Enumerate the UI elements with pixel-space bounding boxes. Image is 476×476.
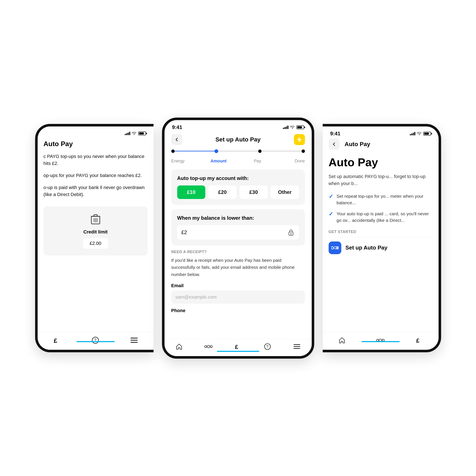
step-label-energy: Energy bbox=[171, 159, 188, 163]
center-home-indicator bbox=[217, 351, 259, 352]
left-status-bar: 9:41 bbox=[38, 126, 153, 138]
step-label-pay: Pay bbox=[249, 159, 266, 163]
left-status-icons bbox=[125, 132, 146, 135]
center-status-bar: 9:41 bbox=[165, 120, 312, 132]
center-nav-pound[interactable]: £ bbox=[234, 342, 242, 351]
right-header: Auto Pay bbox=[329, 139, 433, 150]
center-battery-icon bbox=[296, 125, 304, 129]
amount-10-button[interactable]: £10 bbox=[177, 186, 205, 199]
left-body-text-3: o-up is paid with your bank ll never go … bbox=[44, 184, 148, 198]
balance-label: When my balance is lower than: bbox=[177, 215, 299, 221]
svg-text:£: £ bbox=[235, 344, 238, 350]
svg-rect-20 bbox=[293, 344, 300, 345]
balance-input-row: £2 bbox=[177, 225, 299, 239]
credit-limit-label: Credit limit bbox=[83, 229, 108, 235]
email-input[interactable]: sam@example.com bbox=[171, 290, 305, 304]
svg-rect-9 bbox=[131, 338, 138, 339]
receipt-label: NEED A RECEIPT? bbox=[171, 250, 305, 254]
amount-options: £10 £20 £30 Other bbox=[177, 186, 299, 199]
left-home-indicator bbox=[77, 341, 115, 342]
center-wifi-icon bbox=[290, 126, 295, 129]
left-body-text-1: c PAYG top-ups so you never when your ba… bbox=[44, 153, 148, 167]
center-status-time: 9:41 bbox=[172, 124, 182, 130]
amount-30-button[interactable]: £30 bbox=[239, 186, 268, 199]
right-screen-title: Auto Pay bbox=[345, 141, 370, 148]
wifi-icon bbox=[132, 132, 136, 135]
right-body-text: Set up automatic PAYG top-u... forget to… bbox=[329, 173, 433, 187]
right-nav-home[interactable] bbox=[338, 336, 346, 345]
right-battery-icon bbox=[423, 132, 431, 136]
nav-help-icon[interactable]: ? bbox=[91, 336, 100, 345]
left-title: Auto Pay bbox=[44, 138, 148, 148]
svg-point-15 bbox=[205, 345, 207, 348]
step-line-2 bbox=[218, 151, 258, 152]
center-nav-menu[interactable] bbox=[292, 342, 301, 351]
back-button[interactable] bbox=[171, 134, 182, 145]
nav-menu-icon[interactable] bbox=[130, 336, 138, 345]
phone-left: 9:41 Auto Pay c PAYG top-ups so you neve… bbox=[35, 124, 153, 352]
right-phone-content: Auto Pay Auto Pay Set up automatic PAYG … bbox=[323, 139, 439, 254]
svg-rect-10 bbox=[131, 340, 138, 341]
email-label: Email bbox=[171, 283, 305, 289]
phone-label: Phone bbox=[171, 308, 305, 313]
svg-point-16 bbox=[210, 345, 212, 348]
nav-pound-icon[interactable]: £ bbox=[52, 336, 61, 345]
get-started-label: GET STARTED bbox=[329, 230, 433, 234]
credit-limit-value: £2.00 bbox=[83, 238, 108, 249]
divider bbox=[329, 237, 433, 237]
phone-right: 9:41 bbox=[323, 124, 441, 352]
svg-text:£: £ bbox=[416, 337, 420, 344]
right-wifi-icon bbox=[417, 132, 422, 135]
right-nav-route[interactable] bbox=[376, 336, 385, 345]
left-phone-content: Auto Pay c PAYG top-ups so you never whe… bbox=[38, 138, 153, 255]
right-big-title: Auto Pay bbox=[329, 156, 433, 169]
center-status-icons bbox=[283, 125, 304, 129]
center-signal-icon bbox=[283, 126, 289, 129]
center-header: Set up Auto Pay bbox=[171, 132, 305, 149]
right-signal-icon bbox=[410, 132, 415, 135]
signal-icon bbox=[125, 132, 130, 135]
checkmark-1: ✓ bbox=[329, 193, 333, 200]
center-nav-home[interactable] bbox=[175, 342, 184, 351]
right-status-bar: 9:41 bbox=[323, 126, 439, 139]
right-back-button[interactable] bbox=[329, 139, 340, 150]
check-text-2: Your auto top-up is paid ... card, so yo… bbox=[337, 210, 433, 224]
infinity-icon bbox=[329, 241, 341, 254]
step-label-amount: Amount bbox=[210, 159, 227, 163]
battery-icon bbox=[138, 132, 146, 135]
svg-rect-22 bbox=[293, 348, 300, 349]
progress-steps bbox=[171, 149, 305, 153]
receipt-text: If you'd like a receipt when your Auto P… bbox=[171, 257, 305, 278]
step-dot-2 bbox=[214, 149, 218, 153]
right-status-time: 9:41 bbox=[330, 131, 340, 136]
lock-icon bbox=[287, 229, 295, 236]
scene: 9:41 Auto Pay c PAYG top-ups so you neve… bbox=[16, 118, 460, 359]
step-label-done: Done bbox=[288, 159, 305, 163]
left-credit-card: Credit limit £2.00 bbox=[44, 206, 148, 255]
left-body-text-2: op-ups for your PAYG your balance reache… bbox=[44, 172, 148, 179]
check-text-1: Set repeat top-ups for yo... meter when … bbox=[337, 193, 433, 206]
setup-autopay-button[interactable]: Set up Auto Pay bbox=[329, 241, 433, 254]
center-bottom-nav: £ ? bbox=[165, 339, 312, 356]
setup-btn-label: Set up Auto Pay bbox=[345, 244, 387, 251]
phone-center: 9:41 bbox=[162, 118, 314, 359]
check-item-1: ✓ Set repeat top-ups for yo... meter whe… bbox=[329, 193, 433, 206]
step-dot-3 bbox=[258, 150, 262, 153]
step-dot-1 bbox=[171, 150, 175, 153]
balance-value: £2 bbox=[181, 229, 187, 235]
right-home-indicator bbox=[362, 341, 400, 342]
right-status-icons bbox=[410, 132, 431, 136]
amount-20-button[interactable]: £20 bbox=[208, 186, 237, 199]
right-nav-pound[interactable]: £ bbox=[415, 336, 424, 345]
step-dot-4 bbox=[302, 150, 305, 153]
topup-card: Auto top-up my account with: £10 £20 £30… bbox=[171, 169, 305, 205]
svg-text:?: ? bbox=[266, 344, 268, 349]
amount-other-button[interactable]: Other bbox=[271, 186, 299, 199]
center-nav-route[interactable] bbox=[204, 342, 213, 351]
svg-rect-11 bbox=[131, 342, 138, 343]
step-labels: Energy Amount Pay Done bbox=[171, 159, 305, 163]
lightning-button[interactable] bbox=[294, 134, 305, 145]
center-nav-help[interactable]: ? bbox=[263, 342, 272, 351]
trash-icon[interactable] bbox=[89, 213, 102, 226]
balance-card: When my balance is lower than: £2 bbox=[171, 209, 305, 245]
